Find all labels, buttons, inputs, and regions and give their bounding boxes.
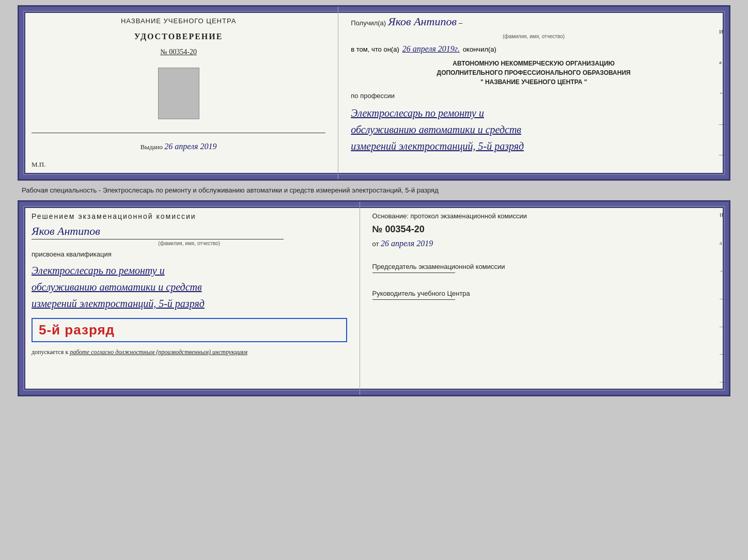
profession-label-top: по профессии	[351, 92, 716, 100]
received-prefix: Получил(а)	[351, 19, 386, 27]
basis-label: Основание: протокол экзаменационной коми…	[372, 212, 716, 220]
допуск-text: работе согласно должностным (производств…	[70, 348, 247, 356]
fio-label-bottom: (фамилия, имя, отчество)	[32, 241, 347, 246]
date-prefix: от	[372, 240, 379, 248]
fio-label-top: (фамилия, имя, отчество)	[351, 34, 716, 39]
completion-line: в том, что он(а) 26 апреля 2019г. окончи…	[351, 44, 716, 54]
basis-date-line: от 26 апреля 2019	[372, 239, 716, 248]
head-label: Руководитель учебного Центра	[372, 290, 716, 297]
bottom-document: Решением экзаменационной комиссии Яков А…	[18, 200, 730, 396]
school-name-top: НАЗВАНИЕ УЧЕБНОГО ЦЕНТРА	[121, 17, 236, 25]
basis-number: № 00354-20	[372, 224, 716, 235]
document-container: НАЗВАНИЕ УЧЕБНОГО ЦЕНТРА УДОСТОВЕРЕНИЕ №…	[18, 5, 730, 396]
dash: –	[459, 19, 462, 27]
basis-date: 26 апреля 2019	[381, 239, 433, 248]
org-name: АВТОНОМНУЮ НЕКОММЕРЧЕСКУЮ ОРГАНИЗАЦИЮ ДО…	[351, 59, 716, 87]
issued-line: Выдано 26 апреля 2019	[141, 142, 217, 151]
photo-placeholder	[158, 68, 199, 119]
recipient-name: Яков Антипов	[388, 15, 457, 28]
profession-text-bottom: Электрослесарь по ремонту и обслуживанию…	[32, 262, 347, 312]
cert-label: УДОСТОВЕРЕНИЕ	[134, 32, 223, 41]
issued-label: Выдано	[141, 143, 163, 151]
top-document: НАЗВАНИЕ УЧЕБНОГО ЦЕНТРА УДОСТОВЕРЕНИЕ №…	[18, 5, 730, 181]
bottom-left-panel: Решением экзаменационной комиссии Яков А…	[19, 202, 360, 395]
rank-text: 5-й разряд	[39, 322, 115, 338]
recipient-line: Получил(а) Яков Антипов –	[351, 15, 716, 28]
допуск-prefix: допускается к	[32, 348, 68, 356]
mp-label: М.П.	[32, 161, 45, 169]
head-section: Руководитель учебного Центра	[372, 290, 716, 302]
issued-date: 26 апреля 2019	[164, 142, 216, 151]
допуск-line: допускается к работе согласно должностны…	[32, 348, 347, 356]
head-signature-line	[372, 299, 455, 300]
profession-text-top: Электрослесарь по ремонту и обслуживанию…	[351, 105, 716, 154]
chairman-label: Председатель экзаменационной комиссии	[372, 263, 716, 270]
qualification-label: присвоена квалификация	[32, 250, 347, 258]
bottom-right-panel: Основание: протокол экзаменационной коми…	[360, 202, 729, 395]
side-chars-top: И а ← — —	[719, 7, 725, 179]
decision-header: Решением экзаменационной комиссии	[32, 212, 347, 220]
middle-text: Рабочая специальность - Электрослесарь п…	[18, 184, 730, 197]
cert-number: № 00354-20	[160, 48, 197, 56]
top-right-panel: Получил(а) Яков Антипов – (фамилия, имя,…	[338, 7, 729, 179]
bottom-person-section: Яков Антипов (фамилия, имя, отчество)	[32, 225, 347, 246]
in-that-prefix: в том, что он(а)	[351, 45, 399, 53]
completion-date: 26 апреля 2019г.	[402, 44, 460, 54]
chairman-section: Председатель экзаменационной комиссии	[372, 263, 716, 275]
finished-label: окончил(а)	[463, 45, 496, 53]
bottom-person-name: Яков Антипов	[32, 225, 347, 238]
chairman-signature-line	[372, 273, 455, 273]
top-left-panel: НАЗВАНИЕ УЧЕБНОГО ЦЕНТРА УДОСТОВЕРЕНИЕ №…	[19, 7, 338, 179]
side-chars-bottom: И а ← — — — —	[720, 212, 725, 385]
rank-box: 5-й разряд	[32, 318, 347, 342]
